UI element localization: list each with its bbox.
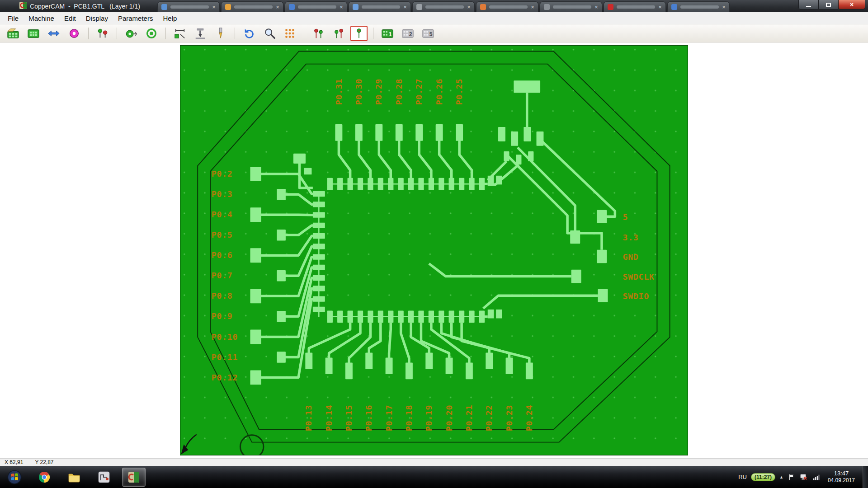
toolbar-separator bbox=[165, 28, 166, 39]
browser-tab[interactable]: × bbox=[157, 1, 220, 12]
minimize-button[interactable] bbox=[798, 0, 818, 9]
pcb-pin-label: P0.31 bbox=[334, 79, 344, 105]
svg-text:5: 5 bbox=[429, 31, 433, 37]
start-button[interactable] bbox=[3, 468, 26, 487]
layer-5-tool-icon[interactable]: 5 bbox=[420, 26, 437, 41]
tab-title bbox=[553, 5, 591, 9]
pcb-pin-label: P0.9 bbox=[212, 311, 233, 321]
browser-tab[interactable]: × bbox=[221, 1, 283, 12]
layer-2-tool-icon[interactable]: 2 bbox=[399, 26, 416, 41]
status-bar: X 62,91 Y 22,87 bbox=[0, 458, 868, 466]
tab-title bbox=[170, 5, 209, 9]
browser-tab[interactable]: × bbox=[540, 1, 602, 12]
flag-icon[interactable] bbox=[788, 473, 796, 481]
battery-indicator[interactable]: (11:27) bbox=[751, 473, 775, 481]
toolbar-separator bbox=[88, 28, 89, 39]
board-view-tool-icon[interactable] bbox=[25, 26, 42, 41]
taskbar-app-coppercam[interactable] bbox=[122, 468, 146, 487]
pcb-pin-label: P0.5 bbox=[212, 230, 233, 239]
tab-close-icon[interactable]: × bbox=[594, 4, 598, 10]
tab-title bbox=[234, 5, 273, 9]
tab-favicon-icon bbox=[544, 4, 550, 10]
undo-tool-icon[interactable] bbox=[241, 26, 258, 41]
drill-circle-tool-icon[interactable] bbox=[66, 26, 83, 41]
browser-tab[interactable]: × bbox=[604, 1, 666, 12]
pcb-pin-label: P0.8 bbox=[212, 291, 233, 300]
toolbar: 125 bbox=[0, 24, 868, 42]
show-desktop-button[interactable] bbox=[863, 466, 868, 488]
network-error-icon[interactable] bbox=[800, 473, 808, 481]
menu-edit[interactable]: Edit bbox=[59, 13, 81, 23]
tab-close-icon[interactable]: × bbox=[340, 4, 343, 10]
title-bar: CopperCAM - PCB1.GTL (Layer 1/1) ×××××××… bbox=[0, 0, 868, 12]
tab-close-icon[interactable]: × bbox=[467, 4, 471, 10]
taskbar-apps bbox=[0, 468, 738, 487]
pcb-pin-label: P0.16 bbox=[364, 405, 373, 431]
browser-tab[interactable]: × bbox=[667, 1, 730, 12]
taskbar-clock[interactable]: 13:47 04.09.2017 bbox=[824, 470, 859, 484]
tab-title bbox=[489, 5, 528, 9]
pcb-pin-label: P0.22 bbox=[484, 405, 494, 431]
engrave-single-tool-icon[interactable] bbox=[123, 26, 140, 41]
engrave-double-tool-icon[interactable] bbox=[143, 26, 160, 41]
tab-close-icon[interactable]: × bbox=[403, 4, 407, 10]
toolbar-separator bbox=[235, 28, 235, 39]
browser-tab[interactable]: × bbox=[476, 1, 538, 12]
swap-arrows-tool-icon[interactable] bbox=[45, 26, 62, 41]
press-tool-icon[interactable] bbox=[192, 26, 209, 41]
zoom-tool-icon[interactable] bbox=[261, 26, 278, 41]
tab-favicon-icon bbox=[480, 4, 486, 10]
pcb-pin-label: P0.28 bbox=[394, 79, 404, 105]
drill-map-tool-icon[interactable] bbox=[281, 26, 298, 41]
maximize-button[interactable] bbox=[818, 0, 838, 9]
tab-close-icon[interactable]: × bbox=[658, 4, 662, 10]
signal-bars-icon[interactable] bbox=[812, 473, 820, 481]
tab-close-icon[interactable]: × bbox=[212, 4, 216, 10]
browser-tab[interactable]: × bbox=[412, 1, 475, 12]
pcb-pin-label: P0.18 bbox=[404, 405, 414, 431]
open-board-tool-icon[interactable] bbox=[5, 26, 22, 41]
taskbar-app-chrome[interactable] bbox=[33, 468, 56, 487]
close-button[interactable]: × bbox=[838, 0, 865, 9]
tray-chevron-icon[interactable]: ▲ bbox=[779, 475, 783, 479]
menu-display[interactable]: Display bbox=[81, 13, 113, 23]
pcb-pin-label: P0.19 bbox=[424, 405, 434, 431]
toolbar-separator bbox=[117, 28, 117, 39]
menu-help[interactable]: Help bbox=[158, 13, 182, 23]
route-pins-tool-icon[interactable] bbox=[94, 26, 111, 41]
cursor-y-readout: Y 22,87 bbox=[35, 459, 53, 465]
mill-tool-tool-icon[interactable] bbox=[212, 26, 229, 41]
taskbar: RU (11:27) ▲ bbox=[0, 466, 868, 488]
tab-close-icon[interactable]: × bbox=[531, 4, 534, 10]
menu-parameters[interactable]: Parameters bbox=[113, 13, 158, 23]
dimension-tool-icon[interactable] bbox=[171, 26, 189, 41]
pcb-pin-label: P0.14 bbox=[324, 405, 334, 431]
minimize-icon bbox=[806, 6, 811, 7]
menu-file[interactable]: File bbox=[3, 13, 24, 23]
pins-c-tool-icon[interactable] bbox=[350, 26, 368, 41]
pcb-pin-label: P0.12 bbox=[212, 373, 238, 382]
maximize-icon bbox=[826, 3, 831, 7]
pcb-pin-label: P0.24 bbox=[524, 405, 534, 431]
pins-a-tool-icon[interactable] bbox=[310, 26, 327, 41]
svg-text:1: 1 bbox=[389, 31, 392, 37]
browser-tab[interactable]: × bbox=[285, 1, 347, 12]
layer-1-tool-icon[interactable]: 1 bbox=[379, 26, 396, 41]
menu-machine[interactable]: Machine bbox=[24, 13, 59, 23]
pcb-pin-label: P0.25 bbox=[454, 79, 464, 105]
taskbar-app-cnc-app[interactable] bbox=[92, 468, 116, 487]
window-title: CopperCAM - PCB1.GTL (Layer 1/1) bbox=[30, 3, 140, 10]
pcb-pin-label: P0.30 bbox=[354, 79, 363, 105]
browser-tab[interactable]: × bbox=[349, 1, 411, 12]
language-indicator[interactable]: RU bbox=[738, 474, 747, 480]
tab-favicon-icon bbox=[608, 4, 613, 10]
pcb-canvas[interactable]: P0.2P0.3P0.4P0.5P0.6P0.7P0.8P0.9P0.10P0.… bbox=[0, 42, 868, 458]
antenna-pad[interactable] bbox=[514, 80, 540, 93]
pcb-board[interactable]: P0.2P0.3P0.4P0.5P0.6P0.7P0.8P0.9P0.10P0.… bbox=[180, 45, 688, 455]
pins-b-tool-icon[interactable] bbox=[330, 26, 347, 41]
tab-favicon-icon bbox=[416, 4, 422, 10]
tab-close-icon[interactable]: × bbox=[722, 4, 726, 10]
pcb-pin-label: P0.15 bbox=[344, 405, 354, 431]
tab-close-icon[interactable]: × bbox=[276, 4, 279, 10]
taskbar-app-explorer[interactable] bbox=[62, 468, 86, 487]
